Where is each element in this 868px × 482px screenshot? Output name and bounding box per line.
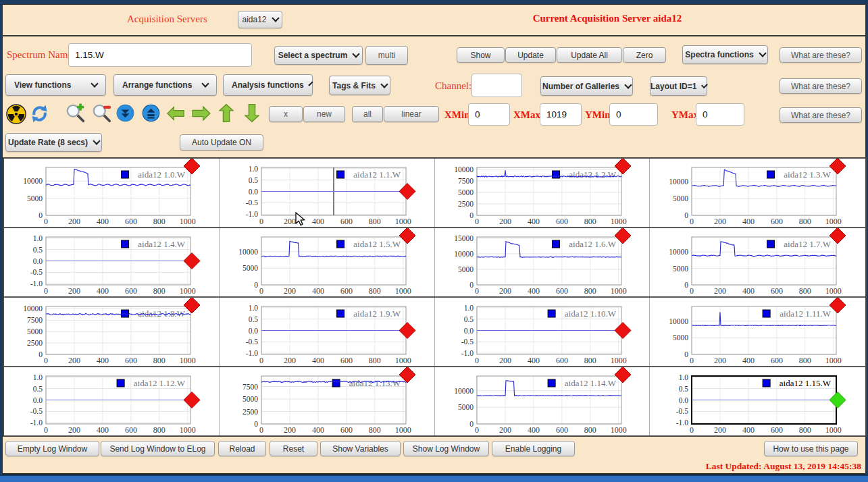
gallery-cell-aida12-1.5.W[interactable]: 050001000002004006008001000aida12 1.5.W <box>220 228 435 296</box>
all-button[interactable]: all <box>352 106 383 122</box>
refresh-icon[interactable] <box>30 104 49 126</box>
update-rate-dropdown[interactable]: Update Rate (8 secs) <box>5 133 102 152</box>
y-tick-label: 0.0 <box>248 188 258 196</box>
gallery-cell-aida12-1.8.W[interactable]: 02500500075001000002004006008001000aida1… <box>4 298 220 366</box>
ymax-label: YMax <box>671 109 698 121</box>
send-log-to-elog-button[interactable]: Send Log Window to ELog <box>101 441 215 456</box>
spectrum-name-input[interactable] <box>68 43 252 67</box>
xmax-input[interactable] <box>540 103 582 126</box>
arrow-right-icon[interactable] <box>192 106 211 124</box>
y-tick-label: 0.5 <box>33 385 43 393</box>
arrow-left-icon[interactable] <box>167 106 184 124</box>
select-spectrum-dropdown[interactable]: Select a spectrum <box>274 46 363 65</box>
zoom-out-icon[interactable] <box>92 103 112 126</box>
x-axis-button[interactable]: x <box>269 106 303 122</box>
ymin-input[interactable] <box>609 103 658 126</box>
legend-swatch <box>552 171 559 178</box>
legend-swatch <box>548 379 555 387</box>
legend-label: aida12 1.9.W <box>353 309 401 319</box>
number-of-galleries-dropdown[interactable]: Number of Galleries <box>540 76 633 96</box>
show-variables-button[interactable]: Show Variables <box>320 441 401 456</box>
arrow-down-icon[interactable] <box>245 103 259 126</box>
gallery-cell-aida12-1.12.W[interactable]: 1.00.50.0-0.5-1.002004006008001000aida12… <box>4 367 220 435</box>
gallery-cell-aida12-1.4.W[interactable]: 1.00.50.0-0.5-1.002004006008001000aida12… <box>4 228 220 296</box>
tags-fits-dropdown[interactable]: Tags & Fits <box>329 76 390 95</box>
gallery-cell-aida12-1.7.W[interactable]: 050001000002004006008001000aida12 1.7.W <box>650 228 865 296</box>
show-log-window-button[interactable]: Show Log Window <box>403 441 489 456</box>
y-tick-label: 0.0 <box>33 396 43 404</box>
y-tick-label: 10000 <box>23 304 43 313</box>
x-tick-label: 600 <box>555 217 567 226</box>
xmin-input[interactable] <box>468 103 510 126</box>
gallery-cell-aida12-1.1.W[interactable]: 1.00.50.0-0.5-1.002004006008001000aida12… <box>220 159 435 227</box>
x-tick-label: 800 <box>153 217 165 226</box>
x-tick-label: 200 <box>284 217 296 226</box>
zero-button[interactable]: Zero <box>623 47 666 63</box>
x-tick-label: 400 <box>742 425 755 435</box>
arrow-up-icon[interactable] <box>219 103 234 126</box>
chevron-down-icon <box>93 137 100 144</box>
y-tick-label: 10000 <box>669 317 689 325</box>
x-tick-label: 600 <box>771 356 783 365</box>
x-tick-label: 800 <box>584 356 596 365</box>
gallery-cell-aida12-1.13.W[interactable]: 025005000750002004006008001000aida12 1.1… <box>220 367 435 435</box>
scroll-up-icon[interactable] <box>142 104 160 125</box>
radiation-icon[interactable] <box>6 104 26 127</box>
y-tick-label: 0 <box>254 420 258 428</box>
y-tick-label: -1.0 <box>30 279 43 288</box>
x-tick-label: 400 <box>527 217 539 226</box>
reset-button[interactable]: Reset <box>270 441 317 456</box>
zoom-in-icon[interactable] <box>66 103 86 126</box>
linear-button[interactable]: linear <box>384 106 439 122</box>
gallery-cell-aida12-1.0.W[interactable]: 050001000002004006008001000aida12 1.0.W <box>4 159 220 227</box>
what-are-these-button-3[interactable]: What are these? <box>780 107 862 123</box>
view-functions-dropdown[interactable]: View functions <box>5 74 106 96</box>
gallery-cell-aida12-1.6.W[interactable]: 05000100001500002004006008001000aida12 1… <box>435 228 650 296</box>
chevron-down-icon <box>272 14 279 22</box>
chart-canvas: 1.00.50.0-0.5-1.002004006008001000aida12… <box>435 298 650 366</box>
scroll-down-icon[interactable] <box>116 104 134 125</box>
gallery-cell-aida12-1.2.W[interactable]: 02500500075001000002004006008001000aida1… <box>435 159 650 227</box>
gallery-cell-aida12-1.3.W[interactable]: 050001000002004006008001000aida12 1.3.W <box>650 159 865 227</box>
channel-input[interactable] <box>471 74 522 97</box>
y-tick-label: 10000 <box>669 248 689 256</box>
chart-canvas: 050001000002004006008001000aida12 1.0.W <box>4 159 219 227</box>
y-tick-label: 0.0 <box>679 396 689 404</box>
update-button[interactable]: Update <box>505 47 556 63</box>
multi-button[interactable]: multi <box>365 46 408 65</box>
layout-id-dropdown[interactable]: Layout ID=1 <box>650 76 707 96</box>
legend-label: aida12 1.12.W <box>134 378 186 388</box>
x-tick-label: 200 <box>284 356 296 365</box>
enable-logging-button[interactable]: Enable Logging <box>492 441 575 456</box>
what-are-these-button-1[interactable]: What are these? <box>780 47 862 63</box>
legend-label: aida12 1.15.W <box>780 378 832 388</box>
x-tick-label: 0 <box>44 217 48 226</box>
reload-button[interactable]: Reload <box>218 441 266 456</box>
gallery-cell-aida12-1.15.W[interactable]: 1.00.50.0-0.5-1.002004006008001000aida12… <box>650 367 865 435</box>
new-button[interactable]: new <box>303 106 345 122</box>
what-are-these-button-2[interactable]: What are these? <box>780 78 862 94</box>
y-tick-label: 0.5 <box>679 385 689 393</box>
show-button[interactable]: Show <box>457 47 505 63</box>
x-tick-label: 1000 <box>395 425 411 435</box>
gallery-cell-aida12-1.9.W[interactable]: 1.00.50.0-0.5-1.002004006008001000aida12… <box>220 298 435 366</box>
arrange-functions-dropdown[interactable]: Arrange functions <box>113 74 217 96</box>
x-tick-label: 600 <box>125 286 137 296</box>
y-tick-label: 0 <box>685 350 689 358</box>
analysis-functions-dropdown[interactable]: Analysis functions <box>223 74 313 96</box>
server-select[interactable]: aida12 <box>238 11 282 28</box>
y-tick-label: -1.0 <box>246 349 258 357</box>
gallery-cell-aida12-1.10.W[interactable]: 1.00.50.0-0.5-1.002004006008001000aida12… <box>435 298 650 366</box>
x-tick-label: 0 <box>44 425 48 435</box>
chart-canvas: 050001000002004006008001000aida12 1.11.W <box>650 298 865 366</box>
y-tick-label: 10000 <box>454 165 474 173</box>
auto-update-button[interactable]: Auto Update ON <box>180 134 263 151</box>
spectra-functions-dropdown[interactable]: Spectra functions <box>682 45 768 64</box>
update-all-button[interactable]: Update All <box>557 47 622 63</box>
gallery-cell-aida12-1.14.W[interactable]: 050001000002004006008001000aida12 1.14.W <box>435 367 650 435</box>
empty-log-window-button[interactable]: Empty Log Window <box>5 441 99 456</box>
ymax-input[interactable] <box>696 103 744 126</box>
chevron-down-icon <box>701 82 708 88</box>
how-to-use-button[interactable]: How to use this page <box>764 441 858 456</box>
gallery-cell-aida12-1.11.W[interactable]: 050001000002004006008001000aida12 1.11.W <box>650 298 865 366</box>
